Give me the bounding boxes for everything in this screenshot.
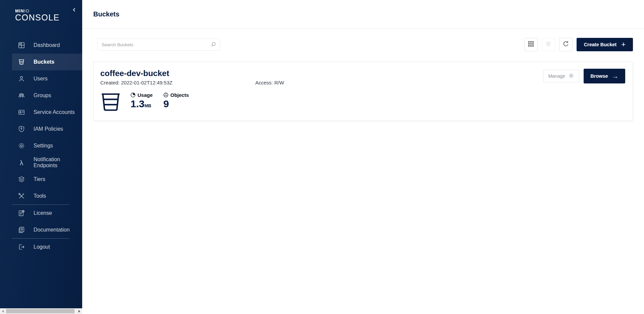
logo-product: CONSOLE bbox=[15, 13, 82, 22]
scrollbar-right-arrow[interactable] bbox=[76, 308, 82, 314]
sidebar-item-settings[interactable]: Settings bbox=[12, 137, 82, 154]
service-accounts-icon bbox=[17, 108, 25, 116]
manage-gear-icon bbox=[568, 73, 574, 80]
objects-value: 9 bbox=[163, 98, 189, 110]
gear-icon bbox=[17, 142, 25, 150]
sidebar-item-label: Users bbox=[34, 76, 48, 82]
search-icon bbox=[210, 41, 217, 49]
browse-button[interactable]: Browse → bbox=[584, 69, 625, 83]
sidebar-item-tiers[interactable]: Tiers bbox=[12, 171, 82, 188]
sidebar-item-label: Buckets bbox=[34, 59, 54, 65]
usage-unit: MB bbox=[145, 103, 151, 108]
usage-metric-label: Usage bbox=[130, 92, 153, 98]
page-header: Buckets bbox=[82, 0, 644, 29]
create-bucket-button[interactable]: Create Bucket + bbox=[577, 38, 633, 51]
bucket-info: coffee-dev-bucket Created: 2022-01-02T12… bbox=[100, 69, 284, 85]
groups-icon bbox=[17, 91, 25, 100]
sidebar-item-label: Documentation bbox=[34, 227, 70, 233]
bucket-name: coffee-dev-bucket bbox=[100, 69, 284, 78]
sidebar-item-label: IAM Policies bbox=[34, 126, 63, 132]
buckets-toolbar: Create Bucket + bbox=[93, 38, 633, 51]
create-bucket-label: Create Bucket bbox=[584, 42, 617, 47]
tools-icon bbox=[17, 192, 25, 200]
logo-brand-light: IO bbox=[24, 8, 30, 13]
usage-value: 1.3MB bbox=[130, 98, 153, 112]
user-icon bbox=[17, 75, 25, 83]
browse-label: Browse bbox=[590, 73, 608, 79]
grid-view-button[interactable] bbox=[524, 38, 538, 51]
sidebar-item-label: Tiers bbox=[34, 176, 45, 182]
list-view-button bbox=[542, 38, 555, 51]
bucket-metrics: Usage 1.3MB Objects 9 bbox=[100, 92, 625, 112]
scrollbar-thumb[interactable] bbox=[6, 309, 74, 313]
sidebar-menu: Dashboard Buckets Users Groups bbox=[0, 37, 82, 255]
sidebar-item-service-accounts[interactable]: Service Accounts bbox=[12, 104, 82, 121]
sidebar-item-iam-policies[interactable]: IAM Policies bbox=[12, 121, 82, 137]
bucket-created: Created: 2022-01-02T12:49:53Z bbox=[100, 80, 255, 85]
search-input[interactable] bbox=[97, 39, 220, 51]
sidebar-item-notification-endpoints[interactable]: λ Notification Endpoints bbox=[12, 154, 82, 171]
arrow-right-icon: → bbox=[612, 73, 619, 79]
minio-logo: MINIO CONSOLE ‹ bbox=[0, 0, 82, 22]
sidebar-item-label: Dashboard bbox=[34, 42, 60, 48]
sidebar-item-users[interactable]: Users bbox=[12, 70, 82, 87]
bucket-actions: Manage Browse → bbox=[543, 69, 625, 83]
objects-metric: Objects 9 bbox=[163, 92, 189, 110]
sidebar-collapse-icon[interactable]: ‹ bbox=[73, 5, 75, 13]
usage-metric: Usage 1.3MB bbox=[130, 92, 153, 112]
refresh-icon bbox=[562, 40, 570, 49]
sidebar-item-label: Settings bbox=[34, 143, 53, 149]
documentation-icon bbox=[17, 226, 25, 234]
sidebar-item-license[interactable]: License bbox=[12, 205, 82, 222]
bucket-large-icon bbox=[101, 93, 120, 112]
manage-button[interactable]: Manage bbox=[543, 70, 579, 82]
sidebar-item-buckets[interactable]: Buckets bbox=[12, 54, 82, 70]
scrollbar-track[interactable] bbox=[6, 308, 76, 314]
sidebar-item-dashboard[interactable]: Dashboard bbox=[12, 37, 82, 54]
sidebar: MINIO CONSOLE ‹ Dashboard Buckets bbox=[0, 0, 82, 314]
sidebar-item-documentation[interactable]: Documentation bbox=[12, 222, 82, 238]
manage-label: Manage bbox=[548, 73, 565, 79]
bucket-list-icon bbox=[545, 41, 552, 49]
minio-console-app: MINIO CONSOLE ‹ Dashboard Buckets bbox=[0, 0, 644, 314]
sidebar-item-groups[interactable]: Groups bbox=[12, 87, 82, 104]
bucket-card-header: coffee-dev-bucket Created: 2022-01-02T12… bbox=[100, 69, 625, 85]
sidebar-item-label: Notification Endpoints bbox=[34, 156, 82, 169]
buckets-icon bbox=[17, 58, 25, 66]
sidebar-horizontal-scrollbar bbox=[0, 308, 82, 314]
main-content: Create Bucket + coffee-dev-bucket Create… bbox=[82, 29, 644, 314]
sidebar-item-label: Logout bbox=[34, 244, 50, 250]
sidebar-item-label: Service Accounts bbox=[34, 109, 75, 115]
shield-icon bbox=[17, 125, 25, 133]
page-title: Buckets bbox=[93, 10, 119, 18]
sidebar-item-tools[interactable]: Tools bbox=[12, 188, 82, 204]
sidebar-item-label: Tools bbox=[34, 193, 46, 199]
search-wrap bbox=[97, 39, 220, 51]
objects-icon bbox=[163, 92, 168, 98]
logout-icon bbox=[17, 243, 25, 251]
sidebar-item-label: Groups bbox=[34, 92, 51, 99]
bucket-card: coffee-dev-bucket Created: 2022-01-02T12… bbox=[93, 62, 633, 121]
bucket-meta: Created: 2022-01-02T12:49:53Z Access: R/… bbox=[100, 80, 284, 85]
sidebar-item-logout[interactable]: Logout bbox=[12, 239, 82, 255]
scrollbar-left-arrow[interactable] bbox=[0, 308, 6, 314]
layers-icon bbox=[17, 175, 25, 183]
lambda-icon: λ bbox=[17, 159, 25, 167]
dashboard-icon bbox=[17, 41, 25, 49]
license-icon bbox=[17, 209, 25, 217]
grid-view-icon bbox=[528, 41, 534, 49]
refresh-button[interactable] bbox=[559, 38, 573, 51]
objects-metric-label: Objects bbox=[163, 92, 189, 98]
sidebar-item-label: License bbox=[34, 210, 52, 216]
bucket-access: Access: R/W bbox=[255, 80, 284, 85]
plus-icon: + bbox=[621, 41, 626, 48]
usage-pie-icon bbox=[130, 92, 136, 98]
